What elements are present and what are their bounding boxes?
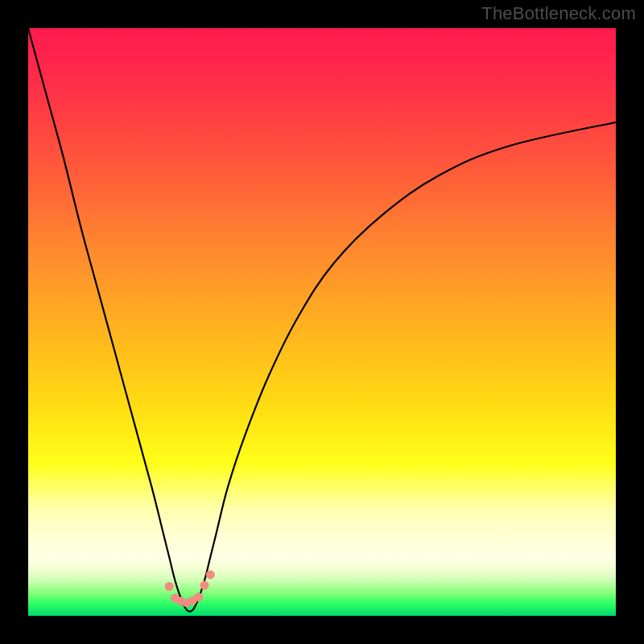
plot-area bbox=[28, 28, 616, 616]
highlight-dot bbox=[165, 582, 174, 591]
curve-layer bbox=[28, 28, 616, 616]
highlight-dot bbox=[200, 581, 209, 590]
chart-container: TheBottleneck.com bbox=[0, 0, 644, 644]
watermark-text: TheBottleneck.com bbox=[481, 3, 636, 24]
highlight-dots bbox=[165, 570, 215, 607]
highlight-dot bbox=[206, 570, 215, 579]
bottleneck-curve bbox=[28, 28, 616, 612]
highlight-dot bbox=[194, 592, 203, 601]
